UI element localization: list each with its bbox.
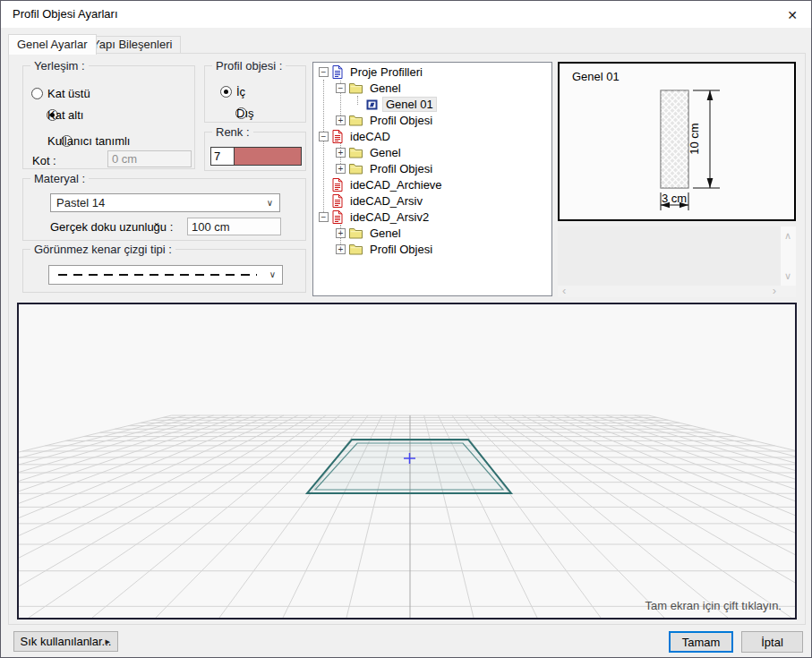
tree-item-label[interactable]: Genel — [367, 81, 404, 95]
texture-length-label: Gerçek doku uzunluğu : — [50, 220, 173, 234]
folder-icon — [349, 82, 363, 94]
preview-title: Genel 01 — [572, 70, 620, 83]
scroll-down-icon[interactable]: ∨ — [784, 271, 791, 281]
tree-item-label[interactable]: ideCAD_Arsiv — [347, 194, 425, 208]
tree-item-genel[interactable]: −Genel — [313, 80, 551, 96]
library-icon — [332, 210, 343, 224]
library-icon — [332, 178, 343, 192]
tab-genel-ayarlar[interactable]: Genel Ayarlar — [8, 34, 97, 55]
cancel-button[interactable]: İptal — [741, 631, 803, 653]
preview-scroll-pane: ∧ ∨ ‹ › — [558, 226, 796, 297]
preview-height-dim: 10 cm — [688, 123, 701, 154]
tree-item-label[interactable]: Profil Objesi — [367, 114, 435, 127]
color-swatch[interactable] — [234, 148, 301, 165]
vertical-scrollbar[interactable]: ∧ ∨ — [781, 226, 796, 286]
tree-item-genel-01[interactable]: Genel 01 — [313, 96, 551, 112]
scroll-right-icon[interactable]: › — [773, 286, 776, 295]
scroll-left-icon[interactable]: ‹ — [562, 286, 566, 295]
material-selected-value: Pastel 14 — [56, 196, 105, 209]
folder-icon — [349, 82, 363, 94]
tree-item-genel[interactable]: +Genel — [313, 225, 551, 241]
tree-connector — [323, 80, 324, 218]
folder-icon — [349, 147, 363, 158]
radio-ic-label: İç — [236, 85, 245, 98]
doc-red-icon — [332, 178, 343, 192]
tree-item-label[interactable]: Profil Objesi — [367, 162, 435, 175]
profile-section-shape — [661, 90, 688, 188]
tree-item-idecad-archieve[interactable]: ideCAD_Archieve — [313, 176, 551, 192]
folder-icon — [349, 163, 363, 175]
folder-icon — [349, 147, 363, 158]
3d-viewport[interactable]: Tam ekran için çift tıklayın. — [17, 303, 797, 620]
radio-kullanici-tanimli-label: Kullanıcı tanımlı — [47, 134, 131, 148]
kot-input[interactable] — [107, 150, 192, 167]
dialog-profil-objesi-ayarlari: Profil Objesi Ayarları ✕ Genel Ayarlar Y… — [0, 0, 812, 658]
doc-red-icon — [332, 210, 343, 224]
tree-item-label[interactable]: Profil Objesi — [367, 243, 435, 256]
tree-item-label[interactable]: ideCAD_Archieve — [347, 178, 445, 192]
ok-button[interactable]: Tamam — [669, 631, 733, 653]
tree-item-idecad[interactable]: −ideCAD — [313, 128, 551, 144]
scroll-up-icon[interactable]: ∧ — [784, 231, 791, 241]
tree-item-proje-profilleri[interactable]: −Proje Profilleri — [313, 64, 551, 80]
group-yerlesim: Yerleşim : Kat üstü Kat altı Kullanıcı t… — [22, 65, 195, 169]
color-picker[interactable] — [210, 147, 302, 166]
tree-item-label[interactable]: ideCAD — [347, 130, 393, 143]
tree-item-label[interactable]: Genel — [367, 146, 404, 159]
collapse-icon[interactable]: − — [319, 212, 329, 222]
radio-kat-alti-label: Kat altı — [47, 108, 83, 122]
profile-object-outline — [307, 440, 511, 493]
expand-icon[interactable]: + — [336, 244, 346, 254]
linetype-select[interactable]: ∨ — [48, 265, 283, 285]
expand-icon[interactable]: + — [336, 164, 346, 174]
folder-icon — [349, 115, 363, 126]
tab-yapi-bilesenleri[interactable]: Yapı Bileşenleri — [83, 36, 181, 54]
folder-icon — [349, 227, 363, 239]
folder-icon — [349, 244, 363, 255]
favorites-button[interactable]: Sık kullanılanlar... ▸ — [13, 631, 118, 652]
tree-item-profil-objesi[interactable]: +Profil Objesi — [313, 112, 551, 128]
expand-icon[interactable]: + — [336, 228, 346, 238]
profile-preview-drawing: Genel 01 10 cm 3 cm — [560, 64, 794, 219]
collapse-icon[interactable]: − — [319, 132, 329, 141]
group-invisible-edge: Görünmez kenar çizgi tipi : ∨ — [22, 249, 306, 293]
collapse-icon[interactable]: − — [336, 83, 346, 93]
tree-item-idecad-arsiv[interactable]: ideCAD_Arsiv — [313, 192, 551, 209]
tree-item-label[interactable]: Genel 01 — [382, 97, 437, 112]
texture-length-input[interactable] — [187, 218, 281, 235]
radio-kat-ustu[interactable] — [31, 88, 43, 99]
horizontal-scrollbar[interactable]: ‹ › — [558, 286, 796, 297]
material-select[interactable]: Pastel 14 ∨ — [50, 193, 280, 212]
group-materyal-legend: Materyal : — [30, 172, 89, 185]
expand-icon[interactable]: + — [336, 148, 346, 158]
3d-perspective-view: Tam ekran için çift tıklayın. — [19, 304, 795, 618]
project-library-icon — [332, 65, 343, 79]
tree-item-label[interactable]: ideCAD_Arsiv2 — [347, 210, 432, 224]
viewport-hint: Tam ekran için çift tıklayın. — [645, 599, 782, 612]
tree-item-genel[interactable]: +Genel — [313, 144, 551, 160]
tree-item-profil-objesi[interactable]: +Profil Objesi — [313, 241, 551, 257]
collapse-icon[interactable]: − — [319, 67, 329, 77]
folder-icon — [349, 244, 363, 255]
expand-icon[interactable]: + — [336, 115, 346, 125]
tree-item-idecad-arsiv2[interactable]: −ideCAD_Arsiv2 — [313, 209, 551, 225]
doc-red-icon — [332, 194, 343, 208]
profile-tree: −Proje Profilleri−GenelGenel 01+Profil O… — [312, 62, 552, 296]
profile-icon — [366, 98, 378, 110]
folder-icon — [349, 115, 363, 126]
library-icon — [332, 130, 343, 143]
group-profil-objesi-legend: Profil objesi : — [212, 59, 286, 73]
tree-connector — [357, 96, 358, 105]
dashed-line-sample — [55, 266, 261, 284]
folder-icon — [349, 163, 363, 175]
radio-ic[interactable] — [220, 86, 232, 98]
group-materyal: Materyal : Pastel 14 ∨ Gerçek doku uzunl… — [22, 178, 306, 241]
tree-item-label[interactable]: Proje Profilleri — [347, 65, 425, 79]
chevron-down-icon: ∨ — [269, 269, 276, 279]
color-index-input[interactable] — [211, 148, 234, 165]
tree-item-label[interactable]: Genel — [367, 226, 404, 240]
doc-blue-icon — [332, 65, 343, 79]
doc-red-icon — [332, 130, 343, 143]
tree-item-profil-objesi[interactable]: +Profil Objesi — [313, 160, 551, 176]
close-icon[interactable]: ✕ — [783, 6, 801, 24]
